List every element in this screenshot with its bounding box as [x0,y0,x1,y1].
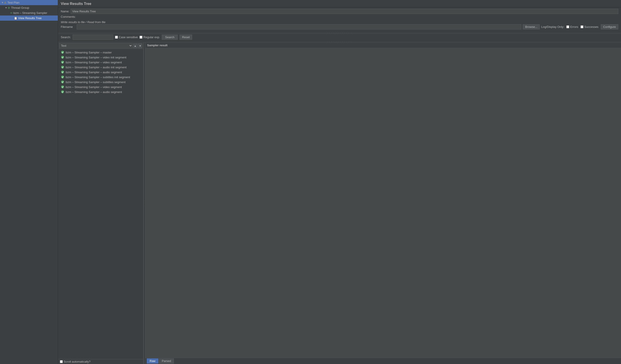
list-item[interactable]: bzm – Streaming Sampler – audio segment [58,70,143,75]
search-input[interactable] [73,35,113,40]
list-item[interactable]: bzm – Streaming Sampler – audio segment [58,89,143,94]
tree-header: Text RegExp Tester CSS/JQuery Tester XPa… [58,43,143,49]
sidebar-item-label-thread-group: Thread Group [11,6,29,9]
errors-checkbox[interactable] [566,25,569,28]
name-input[interactable] [71,9,618,14]
case-sensitive-text: Case sensitive [119,35,138,39]
search-button[interactable]: Search [162,35,178,40]
successes-checkbox-label[interactable]: Successes [581,25,599,29]
success-icon [61,65,64,69]
toggle-vrt [12,17,14,19]
sampler-header: Sampler result [145,43,621,48]
sort-asc-button[interactable]: ▲ [133,43,138,48]
scroll-auto-checkbox[interactable] [60,360,63,363]
list-item[interactable]: bzm – Streaming Sampler – video segment [58,60,143,65]
sidebar-item-label-test-plan: Test Plan [7,1,19,4]
filename-label: Filename [61,25,75,29]
warning-icon: ⚠ [4,1,6,4]
sort-desc-button[interactable]: ▼ [138,43,142,48]
sidebar-item-thread-group[interactable]: ▼ ⚙ Thread Group [0,5,58,10]
list-item-label: bzm – Streaming Sampler – master [66,51,112,54]
regular-exp-text: Regular exp. [143,35,160,39]
log-display-label: Log/Display Only: [541,25,564,29]
comments-label: Comments: [61,15,76,18]
case-sensitive-checkbox[interactable] [115,36,118,39]
result-list: bzm – Streaming Sampler – masterbzm – St… [58,49,143,359]
success-icon [61,75,64,79]
list-item[interactable]: bzm – Streaming Sampler – video segment [58,84,143,89]
tree-panel: Text RegExp Tester CSS/JQuery Tester XPa… [58,43,144,364]
reset-button[interactable]: Reset [180,35,192,40]
success-icon [61,70,64,74]
sidebar: ▼ ⚠ Test Plan ▼ ⚙ Thread Group ✏ bzm – S… [0,0,58,364]
tab-raw[interactable]: Raw [147,358,158,364]
sampler-panel: Sampler result Raw Parsed [145,43,621,364]
sidebar-item-test-plan[interactable]: ▼ ⚠ Test Plan [0,0,58,5]
list-item-label: bzm – Streaming Sampler – audio segment [66,71,122,74]
success-icon [61,50,64,54]
list-item-label: bzm – Streaming Sampler – video segment [66,61,122,64]
scroll-auto-text: Scroll automatically? [64,360,90,363]
filename-input[interactable] [77,24,521,30]
search-label: Search: [61,35,71,39]
bottom-tabs: Raw Parsed [145,358,621,364]
search-bar: Search: Case sensitive Regular exp. Sear… [58,34,621,41]
list-item-label: bzm – Streaming Sampler – audio segment [66,90,122,94]
vertical-divider[interactable]: · · · [144,43,145,364]
successes-label: Successes [584,25,599,29]
list-item[interactable]: bzm – Streaming Sampler – subtitles segm… [58,79,143,84]
success-icon [61,61,64,64]
form-area: Name: Comments: Write results to file / … [58,7,621,32]
toggle-test-plan: ▼ [1,1,4,4]
write-results-label: Write results to file / Read from file [61,19,618,24]
success-icon [61,90,64,94]
configure-button[interactable]: Configure [601,24,618,30]
sidebar-item-bzm-sampler[interactable]: ✏ bzm – Streaming Sampler [0,10,58,16]
page-title: View Results Tree [61,2,618,6]
divider-handle-top[interactable]: · · · · · · · · · · · · [58,32,621,34]
regular-exp-label[interactable]: Regular exp. [139,35,160,39]
list-item[interactable]: bzm – Streaming Sampler – audio init seg… [58,65,143,70]
toggle-thread-group: ▼ [5,6,7,9]
list-item[interactable]: bzm – Streaming Sampler – master [58,50,143,55]
success-icon [61,85,64,89]
sidebar-item-label-bzm-sampler: bzm – Streaming Sampler [14,11,47,15]
browse-button[interactable]: Browse... [523,24,540,30]
divider-handle-middle[interactable]: · · · · · · · · · · · · [58,41,621,43]
format-dropdown[interactable]: Text RegExp Tester CSS/JQuery Tester XPa… [59,43,133,48]
title-bar: View Results Tree [58,0,621,7]
success-icon [61,80,64,84]
scroll-row: Scroll automatically? [58,359,143,364]
sampler-content [145,48,621,358]
clipboard-icon: 📋 [14,17,17,20]
list-item-label: bzm – Streaming Sampler – video init seg… [66,56,126,59]
comments-row: Comments: [61,15,618,18]
results-pane: Text RegExp Tester CSS/JQuery Tester XPa… [58,43,621,364]
gear-icon: ⚙ [8,6,10,9]
list-item-label: bzm – Streaming Sampler – subtitles init… [66,76,130,79]
list-item-label: bzm – Streaming Sampler – subtitles segm… [66,80,125,84]
errors-checkbox-label[interactable]: Errors [566,25,578,29]
sidebar-item-label-vrt: View Results Tree [18,16,42,20]
name-row: Name: [61,9,618,14]
list-item-label: bzm – Streaming Sampler – video segment [66,85,122,89]
case-sensitive-label[interactable]: Case sensitive [115,35,138,39]
name-label: Name: [61,10,69,13]
filename-row: Filename Browse... Log/Display Only: Err… [61,24,618,30]
errors-label: Errors [570,25,578,29]
sidebar-item-view-results-tree[interactable]: 📋 View Results Tree [0,16,58,21]
pencil-icon: ✏ [10,12,13,15]
regular-exp-checkbox[interactable] [139,36,142,39]
list-item[interactable]: bzm – Streaming Sampler – subtitles init… [58,75,143,79]
tab-parsed[interactable]: Parsed [159,358,174,364]
main-content: View Results Tree Name: Comments: Write … [58,0,621,364]
success-icon [61,56,64,59]
list-item[interactable]: bzm – Streaming Sampler – video init seg… [58,55,143,60]
log-display-row: Log/Display Only: Errors Successes Confi… [541,24,618,30]
successes-checkbox[interactable] [581,25,584,28]
scroll-auto-label[interactable]: Scroll automatically? [60,360,90,363]
toggle-bzm-sampler [9,12,10,14]
list-item-label: bzm – Streaming Sampler – audio init seg… [66,66,126,69]
